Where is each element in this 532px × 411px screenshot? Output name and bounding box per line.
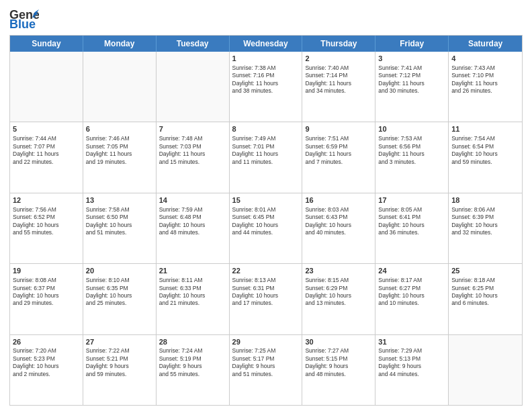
calendar: SundayMondayTuesdayWednesdayThursdayFrid…: [9, 35, 523, 406]
day-number: 4: [451, 54, 519, 64]
day-info-line: Daylight: 10 hours: [159, 222, 226, 229]
day-info-line: and 13 minutes.: [305, 300, 372, 307]
header: General Blue: [9, 7, 523, 31]
day-info-line: and 19 minutes.: [86, 158, 153, 166]
week-row-5: 26Sunrise: 7:20 AMSunset: 5:23 PMDayligh…: [10, 335, 522, 405]
day-number: 23: [305, 266, 372, 276]
day-info-line: Sunset: 5:17 PM: [232, 355, 300, 363]
day-cell-30: 30Sunrise: 7:27 AMSunset: 5:15 PMDayligh…: [302, 335, 375, 405]
day-info-line: Daylight: 10 hours: [13, 363, 80, 370]
day-info-line: Daylight: 10 hours: [451, 222, 519, 229]
day-info-line: Daylight: 11 hours: [86, 150, 153, 158]
day-info-line: Sunrise: 7:48 AM: [159, 135, 226, 142]
calendar-body: 1Sunrise: 7:38 AMSunset: 7:16 PMDaylight…: [10, 52, 522, 405]
day-info-line: Sunset: 5:21 PM: [86, 355, 153, 363]
day-info-line: Daylight: 9 hours: [305, 363, 372, 370]
day-info-line: and 36 minutes.: [378, 229, 445, 236]
day-info-line: and 10 minutes.: [378, 300, 445, 307]
day-info-line: and 29 minutes.: [13, 300, 80, 307]
day-info-line: Daylight: 11 hours: [305, 80, 372, 87]
day-info-line: Daylight: 10 hours: [305, 292, 372, 300]
day-info-line: Sunrise: 8:15 AM: [305, 277, 372, 284]
empty-cell: [83, 52, 157, 122]
day-info-line: Sunset: 6:41 PM: [378, 214, 445, 221]
day-cell-2: 2Sunrise: 7:40 AMSunset: 7:14 PMDaylight…: [302, 52, 375, 122]
day-cell-3: 3Sunrise: 7:41 AMSunset: 7:12 PMDaylight…: [375, 52, 449, 122]
day-info-line: and 48 minutes.: [159, 229, 226, 236]
day-info-line: Sunset: 7:10 PM: [451, 72, 519, 79]
day-info-line: Sunrise: 7:43 AM: [451, 64, 519, 72]
day-info-line: Sunrise: 7:56 AM: [13, 206, 80, 214]
day-info-line: Sunrise: 8:10 AM: [86, 277, 153, 284]
day-info-line: Daylight: 9 hours: [378, 363, 445, 370]
day-info-line: and 3 minutes.: [378, 158, 445, 166]
day-info-line: and 38 minutes.: [232, 87, 300, 95]
calendar-header: SundayMondayTuesdayWednesdayThursdayFrid…: [10, 36, 522, 52]
day-info-line: and 21 minutes.: [159, 300, 226, 307]
day-cell-21: 21Sunrise: 8:11 AMSunset: 6:33 PMDayligh…: [157, 264, 230, 334]
day-info-line: Daylight: 10 hours: [378, 292, 445, 300]
day-number: 8: [232, 124, 300, 134]
day-info-line: Daylight: 9 hours: [159, 363, 226, 370]
day-info-line: Sunrise: 7:54 AM: [451, 135, 519, 142]
day-number: 24: [378, 266, 445, 276]
day-info-line: Daylight: 10 hours: [451, 292, 519, 300]
day-info-line: and 15 minutes.: [159, 158, 226, 166]
day-info-line: Sunrise: 8:17 AM: [378, 277, 445, 284]
day-info-line: and 55 minutes.: [13, 229, 80, 236]
week-row-2: 5Sunrise: 7:44 AMSunset: 7:07 PMDaylight…: [10, 122, 522, 193]
day-info-line: Daylight: 10 hours: [13, 222, 80, 229]
day-info-line: Daylight: 10 hours: [159, 292, 226, 300]
day-info-line: Sunset: 5:23 PM: [13, 355, 80, 363]
day-info-line: Daylight: 10 hours: [13, 292, 80, 300]
day-cell-25: 25Sunrise: 8:18 AMSunset: 6:25 PMDayligh…: [449, 264, 522, 334]
day-info-line: and 25 minutes.: [86, 300, 153, 307]
day-info-line: Daylight: 11 hours: [159, 150, 226, 158]
day-number: 26: [13, 337, 80, 347]
day-info-line: and 34 minutes.: [305, 87, 372, 95]
empty-cell: [10, 52, 83, 122]
day-info-line: Sunrise: 7:44 AM: [13, 135, 80, 142]
day-cell-12: 12Sunrise: 7:56 AMSunset: 6:52 PMDayligh…: [10, 193, 83, 263]
day-number: 9: [305, 124, 372, 134]
day-number: 21: [159, 266, 226, 276]
day-info-line: Sunset: 7:05 PM: [86, 143, 153, 150]
day-info-line: Sunrise: 7:40 AM: [305, 64, 372, 72]
day-cell-14: 14Sunrise: 7:59 AMSunset: 6:48 PMDayligh…: [157, 193, 230, 263]
day-info-line: and 30 minutes.: [378, 87, 445, 95]
day-number: 22: [232, 266, 300, 276]
day-number: 7: [159, 124, 226, 134]
day-info-line: and 55 minutes.: [159, 371, 226, 378]
day-number: 30: [305, 337, 372, 347]
empty-cell: [449, 335, 522, 405]
day-info-line: Sunset: 6:43 PM: [305, 214, 372, 221]
day-cell-9: 9Sunrise: 7:51 AMSunset: 6:59 PMDaylight…: [302, 122, 375, 192]
day-info-line: Sunset: 6:45 PM: [232, 214, 300, 221]
day-info-line: Daylight: 9 hours: [86, 363, 153, 370]
day-info-line: Sunrise: 7:46 AM: [86, 135, 153, 142]
day-number: 17: [378, 195, 445, 205]
day-info-line: Daylight: 11 hours: [378, 150, 445, 158]
day-cell-18: 18Sunrise: 8:06 AMSunset: 6:39 PMDayligh…: [449, 193, 522, 263]
page: General Blue SundayMondayTuesdayWednesda…: [0, 0, 532, 411]
day-info-line: and 44 minutes.: [232, 229, 300, 236]
day-header-saturday: Saturday: [449, 36, 522, 52]
day-header-monday: Monday: [83, 36, 157, 52]
day-info-line: Sunrise: 7:51 AM: [305, 135, 372, 142]
day-info-line: Sunset: 6:56 PM: [378, 143, 445, 150]
day-info-line: Sunset: 5:19 PM: [159, 355, 226, 363]
empty-cell: [157, 52, 230, 122]
day-number: 25: [451, 266, 519, 276]
day-cell-10: 10Sunrise: 7:53 AMSunset: 6:56 PMDayligh…: [375, 122, 449, 192]
week-row-3: 12Sunrise: 7:56 AMSunset: 6:52 PMDayligh…: [10, 193, 522, 264]
day-info-line: and 17 minutes.: [232, 300, 300, 307]
day-info-line: Daylight: 10 hours: [451, 150, 519, 158]
day-cell-20: 20Sunrise: 8:10 AMSunset: 6:35 PMDayligh…: [83, 264, 157, 334]
day-info-line: Daylight: 10 hours: [232, 222, 300, 229]
day-info-line: Sunrise: 8:08 AM: [13, 277, 80, 284]
logo-icon: General Blue: [9, 7, 39, 31]
day-number: 3: [378, 54, 445, 64]
day-info-line: and 26 minutes.: [451, 87, 519, 95]
day-info-line: Sunset: 6:54 PM: [451, 143, 519, 150]
day-info-line: Sunset: 6:27 PM: [378, 285, 445, 292]
